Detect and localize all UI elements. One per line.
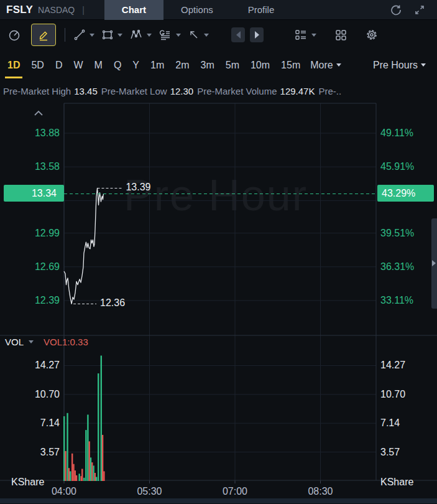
premarket-info-bar: Pre-Market High13.45Pre-Market Low12.30P… bbox=[0, 80, 437, 102]
timeframe-y[interactable]: Y bbox=[131, 56, 140, 75]
timeframe-5d[interactable]: 5D bbox=[30, 56, 45, 75]
chevron-down-icon bbox=[336, 63, 341, 67]
volume-bar bbox=[63, 416, 65, 481]
volume-axis-label: 7.14 bbox=[4, 418, 60, 429]
top-bar: FSLY NASDAQ | ChartOptionsProfile bbox=[0, 0, 437, 20]
stat-value: 129.47K bbox=[280, 86, 315, 96]
timeframe-5m[interactable]: 5m bbox=[224, 56, 241, 75]
volume-bar bbox=[73, 464, 74, 481]
timeframe-10m[interactable]: 10m bbox=[249, 56, 271, 75]
wave-pattern-icon[interactable] bbox=[129, 28, 152, 42]
text-lines-icon[interactable] bbox=[158, 28, 181, 42]
price-axis-label: 12.39 bbox=[4, 295, 60, 306]
volume-bar bbox=[93, 465, 94, 481]
chart-canvas bbox=[0, 102, 437, 503]
exchange-label: NASDAQ bbox=[38, 5, 75, 15]
prev-arrow-icon[interactable] bbox=[231, 27, 245, 42]
premarket-stat: Pre-Market Volume129.47K bbox=[197, 86, 315, 96]
tab-profile[interactable]: Profile bbox=[231, 0, 292, 20]
high-annotation-label: 13.39 bbox=[126, 182, 150, 193]
volume-dropdown[interactable]: VOL bbox=[5, 337, 24, 347]
side-panel-expand-tab[interactable] bbox=[431, 218, 437, 309]
x-axis-label: 04:00 bbox=[44, 486, 84, 497]
session-selector[interactable]: Pre Hours bbox=[373, 60, 426, 71]
volume-axis-label: 3.57 bbox=[380, 447, 400, 458]
timeframe-1m[interactable]: 1m bbox=[149, 56, 165, 75]
volume-bar bbox=[75, 470, 76, 481]
chart-area[interactable]: Pre Hour 13.34 43.29% 13.39 12.36 VOL VO… bbox=[0, 102, 437, 503]
timeframe-more-button[interactable]: More bbox=[310, 60, 341, 71]
stat-label: Pre-Market Low bbox=[101, 86, 167, 96]
timeframe-q[interactable]: Q bbox=[113, 56, 122, 75]
timeframe-15m[interactable]: 15m bbox=[280, 56, 301, 75]
volume-bar bbox=[85, 430, 86, 481]
volume-bar bbox=[65, 451, 66, 481]
low-annotation-label: 12.36 bbox=[100, 297, 125, 309]
volume-axis-label: 10.70 bbox=[380, 389, 405, 400]
volume-bar bbox=[71, 454, 73, 481]
timeframe-bar: 1D5DDWMQY1m2m3m5m10m15m More Pre Hours bbox=[0, 50, 437, 80]
gear-icon[interactable] bbox=[365, 28, 379, 42]
volume-bar bbox=[81, 469, 83, 482]
timeframe-2m[interactable]: 2m bbox=[174, 56, 190, 75]
percent-axis-label: 36.31% bbox=[380, 261, 414, 273]
timeframe-d[interactable]: D bbox=[54, 56, 64, 75]
volume-bar bbox=[78, 474, 80, 481]
chevron-down-icon[interactable] bbox=[29, 340, 34, 343]
fullscreen-icon[interactable] bbox=[413, 4, 426, 16]
premarket-stat: Pre-Market High13.45 bbox=[3, 86, 98, 96]
percent-axis-label: 49.11% bbox=[380, 128, 413, 139]
timeframe-w[interactable]: W bbox=[72, 56, 84, 75]
top-tabs: ChartOptionsProfile bbox=[104, 0, 292, 20]
timeframe-3m[interactable]: 3m bbox=[200, 56, 216, 75]
list-settings-icon[interactable] bbox=[293, 28, 316, 42]
volume-bar bbox=[91, 462, 93, 481]
x-axis-label: 07:00 bbox=[215, 486, 255, 497]
refresh-icon[interactable] bbox=[390, 4, 402, 16]
percent-axis-label: 33.11% bbox=[380, 295, 413, 306]
volume-bar bbox=[76, 475, 77, 481]
chevron-down-icon bbox=[421, 63, 426, 67]
timeframe-items: 1D5DDWMQY1m2m3m5m10m15m bbox=[6, 56, 310, 75]
rectangle-shape-icon[interactable] bbox=[101, 28, 122, 42]
next-arrow-icon[interactable] bbox=[250, 27, 264, 42]
title-separator: | bbox=[82, 5, 85, 15]
percent-axis-label: 39.51% bbox=[380, 228, 414, 239]
current-price-badge: 13.34 bbox=[4, 185, 64, 202]
price-line bbox=[64, 189, 103, 304]
volume-axis-label: 14.27 bbox=[4, 360, 60, 371]
volume-axis-label: 3.57 bbox=[4, 447, 60, 458]
unit-label-left: KShare bbox=[11, 477, 44, 488]
volume-bar bbox=[68, 468, 70, 481]
chevron-down-icon bbox=[176, 34, 181, 37]
tab-chart[interactable]: Chart bbox=[104, 0, 163, 20]
volume-bar bbox=[101, 356, 102, 482]
collapse-infobar-chevron-icon[interactable] bbox=[32, 108, 45, 119]
grid-layout-icon[interactable] bbox=[334, 28, 347, 42]
chevron-down-icon bbox=[147, 34, 152, 37]
volume-axis-label: 7.14 bbox=[380, 418, 400, 429]
trend-line-icon[interactable] bbox=[73, 28, 94, 42]
timeframe-m[interactable]: M bbox=[93, 56, 104, 75]
volume-bar bbox=[88, 441, 90, 481]
truncated-stat-label: Pre-.. bbox=[318, 86, 341, 96]
timeframe-1d[interactable]: 1D bbox=[6, 56, 21, 75]
stat-value: 12.30 bbox=[170, 86, 194, 96]
volume-bar bbox=[103, 471, 104, 481]
gauge-icon[interactable] bbox=[7, 28, 21, 42]
chevron-down-icon bbox=[311, 34, 316, 37]
price-axis-label: 13.58 bbox=[4, 161, 60, 172]
volume-bar bbox=[90, 457, 91, 481]
volume-bar bbox=[67, 413, 68, 481]
session-label: Pre Hours bbox=[373, 60, 418, 71]
draw-pencil-icon[interactable] bbox=[31, 24, 56, 46]
tab-options[interactable]: Options bbox=[163, 0, 231, 20]
x-axis-label: 05:30 bbox=[130, 486, 170, 497]
volume-bar bbox=[94, 473, 96, 481]
volume-bar bbox=[102, 435, 103, 481]
volume-bar bbox=[87, 414, 88, 481]
drawing-toolbar bbox=[0, 20, 437, 50]
volume-axis-label: 10.70 bbox=[4, 389, 60, 400]
arrow-cursor-icon[interactable] bbox=[187, 28, 209, 42]
chevron-down-icon bbox=[117, 34, 122, 37]
